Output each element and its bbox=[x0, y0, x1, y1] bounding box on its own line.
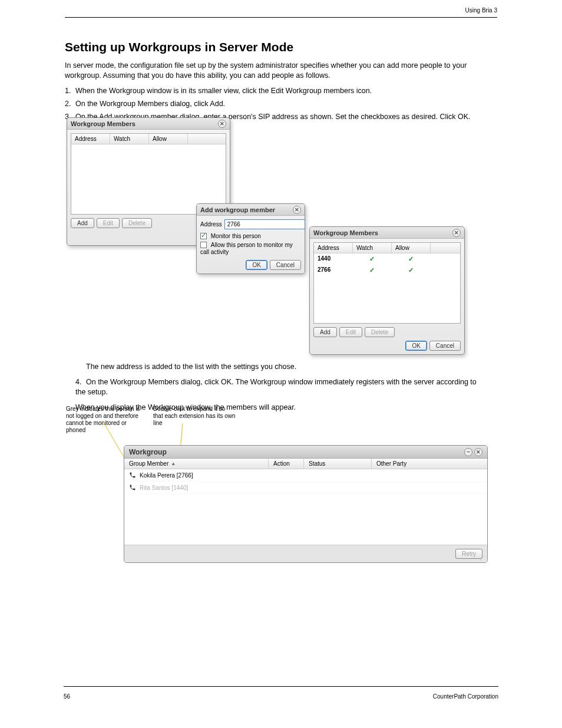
table-row[interactable]: 1440 ✓ ✓ bbox=[314, 253, 460, 265]
callout-grey: Grey indicates this person is not logged… bbox=[66, 406, 143, 434]
check-icon: ✓ bbox=[369, 266, 375, 274]
dlg2-title: Add workgroup member bbox=[200, 206, 275, 213]
allow-monitor-checkbox[interactable] bbox=[200, 242, 207, 248]
cancel-button[interactable]: Cancel bbox=[429, 341, 461, 351]
check-icon: ✓ bbox=[369, 255, 375, 262]
col-address[interactable]: Address bbox=[314, 243, 353, 253]
table-row[interactable]: 2766 ✓ ✓ bbox=[314, 265, 460, 276]
delete-button[interactable]: Delete bbox=[122, 218, 152, 228]
retry-button[interactable]: Retry bbox=[455, 549, 482, 559]
list-item[interactable]: Rita Santos [1440] bbox=[124, 482, 487, 494]
intro-paragraph: In server mode, the configuration file s… bbox=[65, 61, 497, 80]
col-other-party[interactable]: Other Party bbox=[372, 459, 487, 469]
page-number: 56 bbox=[64, 693, 70, 700]
close-icon[interactable]: ✕ bbox=[452, 229, 461, 237]
col-status[interactable]: Status bbox=[304, 459, 372, 469]
step-3-continued: The new address is added to the list wit… bbox=[86, 362, 488, 371]
allow-monitor-label: Allow this person to monitor my call act… bbox=[200, 242, 293, 255]
step-2: On the Workgroup Members dialog, click A… bbox=[75, 100, 225, 108]
header-rule bbox=[65, 17, 497, 18]
ok-button[interactable]: OK bbox=[405, 341, 427, 351]
panel-title: Workgroup bbox=[129, 448, 167, 456]
col-blank bbox=[431, 243, 460, 253]
close-icon[interactable]: ✕ bbox=[218, 120, 226, 128]
close-icon[interactable]: ✕ bbox=[474, 448, 482, 456]
section-title: Setting up Workgroups in Server Mode bbox=[65, 39, 497, 55]
footer-rule bbox=[64, 686, 498, 687]
step-1: When the Workgroup window is in its smal… bbox=[75, 87, 372, 95]
sort-asc-icon: ▲ bbox=[171, 461, 176, 466]
edit-button[interactable]: Edit bbox=[339, 327, 362, 337]
monitor-checkbox[interactable] bbox=[200, 233, 207, 239]
col-blank bbox=[188, 134, 226, 144]
phone-icon bbox=[129, 472, 136, 479]
check-icon: ✓ bbox=[408, 255, 414, 262]
close-icon[interactable]: ✕ bbox=[293, 206, 301, 214]
footer-company: CounterPath Corporation bbox=[433, 693, 498, 700]
list-item[interactable]: Kokila Perera [2766] bbox=[124, 469, 487, 482]
address-label: Address bbox=[200, 221, 222, 228]
col-group-member[interactable]: Group Member▲ bbox=[124, 459, 269, 469]
address-input[interactable] bbox=[224, 219, 305, 229]
add-button[interactable]: Add bbox=[313, 327, 337, 337]
col-watch[interactable]: Watch bbox=[353, 243, 392, 253]
phone-icon bbox=[129, 484, 136, 491]
minimize-icon[interactable]: – bbox=[464, 448, 472, 456]
edit-button[interactable]: Edit bbox=[97, 218, 120, 228]
col-address[interactable]: Address bbox=[71, 134, 110, 144]
col-watch[interactable]: Watch bbox=[110, 134, 149, 144]
member-name: Kokila Perera [2766] bbox=[140, 472, 193, 479]
col-allow[interactable]: Allow bbox=[392, 243, 431, 253]
col-allow[interactable]: Allow bbox=[149, 134, 188, 144]
delete-button[interactable]: Delete bbox=[365, 327, 395, 337]
check-icon: ✓ bbox=[408, 266, 414, 274]
member-name: Rita Santos [1440] bbox=[140, 485, 188, 491]
cell-address: 2766 bbox=[314, 265, 353, 276]
dlg3-title: Workgroup Members bbox=[313, 229, 378, 236]
step-4: On the Workgroup Members dialog, click O… bbox=[75, 378, 477, 396]
header-right: Using Bria 3 bbox=[465, 7, 497, 14]
cell-address: 1440 bbox=[314, 253, 353, 265]
cancel-button[interactable]: Cancel bbox=[270, 260, 301, 270]
add-button[interactable]: Add bbox=[71, 218, 94, 228]
ok-button[interactable]: OK bbox=[246, 260, 267, 270]
callout-doubleclick: Double-click to expand it so that each e… bbox=[153, 406, 236, 427]
monitor-label: Monitor this person bbox=[211, 233, 261, 239]
dlg1-title: Workgroup Members bbox=[71, 120, 135, 127]
col-action[interactable]: Action bbox=[269, 459, 304, 469]
resize-grip-icon[interactable]: ⋰ bbox=[480, 555, 485, 561]
